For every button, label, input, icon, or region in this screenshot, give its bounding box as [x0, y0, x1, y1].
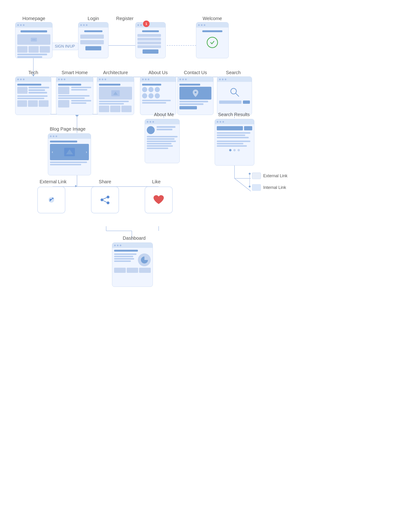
blog-page-image-label: Blog Page Image	[47, 126, 89, 132]
homepage-label: Homepage	[15, 16, 52, 21]
homepage-card	[15, 22, 52, 58]
register-label: Register	[108, 16, 141, 21]
register-badge: 1	[143, 21, 150, 27]
tech-label: Tech	[15, 70, 51, 75]
login-card	[78, 22, 108, 58]
dashboard-card	[112, 242, 153, 287]
internal-link-legend: Internal Link	[252, 184, 286, 191]
tech-card	[15, 76, 51, 115]
search-results-label: Search Results	[215, 112, 253, 117]
about-me-card	[145, 119, 180, 163]
share-icon	[99, 195, 111, 205]
external-link-legend-text: External Link	[263, 174, 287, 178]
search-card	[217, 76, 252, 115]
welcome-card	[196, 22, 229, 58]
about-us-label: About Us	[140, 70, 176, 75]
legend-connectors	[245, 171, 254, 195]
share-label: Share	[91, 179, 119, 184]
about-us-card	[140, 76, 176, 115]
blog-page-image-card: ‹ ›	[48, 133, 91, 175]
contact-us-card	[177, 76, 213, 115]
like-label: Like	[145, 179, 168, 184]
svg-line-36	[236, 94, 239, 96]
external-link-legend: External Link	[252, 173, 287, 179]
svg-point-43	[107, 201, 109, 204]
external-link-node-label: External Link	[36, 179, 70, 184]
smart-home-card	[56, 76, 93, 115]
sign-in-label: SIGN IN/UP	[51, 43, 78, 50]
svg-point-34	[195, 91, 196, 93]
about-me-label: About Me	[147, 112, 181, 117]
internal-link-legend-text: Internal Link	[263, 185, 286, 190]
contact-us-label: Contact Us	[177, 70, 213, 75]
like-card	[145, 187, 173, 213]
dashboard-label: Dashboard	[117, 235, 152, 241]
diagram-container: SIGN IN/UP 1 Homepage Login	[0, 0, 420, 513]
search-label: Search	[217, 70, 250, 75]
heart-icon	[152, 194, 165, 206]
svg-point-42	[107, 196, 109, 198]
architecture-label: Architecture	[97, 70, 134, 75]
svg-point-49	[249, 173, 251, 175]
svg-point-35	[231, 88, 236, 94]
smart-home-label: Smart Home	[56, 70, 93, 75]
architecture-card	[97, 76, 134, 115]
search-results-card	[215, 119, 254, 166]
register-card	[135, 22, 166, 58]
login-label: Login	[78, 16, 108, 21]
check-circle	[207, 37, 218, 48]
external-link-card	[37, 187, 65, 213]
svg-line-45	[103, 198, 107, 199]
svg-point-50	[249, 186, 251, 187]
welcome-label: Welcome	[196, 16, 229, 21]
svg-point-44	[101, 198, 103, 201]
svg-line-46	[103, 201, 107, 202]
svg-marker-29	[75, 185, 77, 187]
external-link-icon	[46, 195, 57, 205]
share-card	[91, 187, 119, 213]
